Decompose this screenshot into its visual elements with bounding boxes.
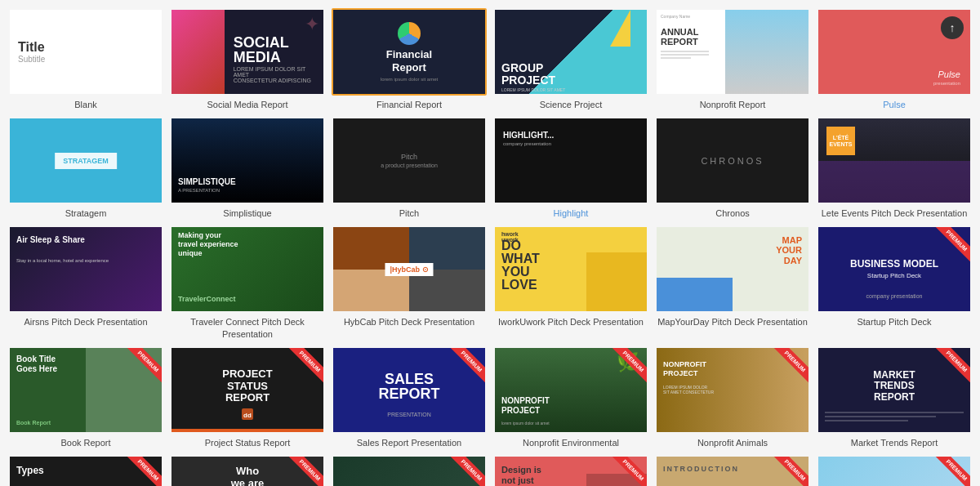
template-label-pitch: Pitch [399, 207, 419, 219]
template-item-blank[interactable]: Title Subtitle Blank [8, 8, 163, 110]
template-grid: Title Subtitle Blank SOCIALMEDIA LOREM I… [8, 8, 972, 486]
template-item-introduction[interactable]: INTRODUCTION Introduction [655, 455, 810, 486]
template-label-lete: Lete Events Pitch Deck Presentation [822, 207, 968, 219]
template-item-arteffects[interactable]: Artistics effects Artistic Effects [332, 455, 487, 486]
template-item-designlooks[interactable]: Design isnot justwhat itlooks like Desig… [493, 455, 648, 486]
template-item-lete[interactable]: L'ÉTÉEVENTS Lete Events Pitch Deck Prese… [817, 117, 972, 219]
template-item-stratagem[interactable]: STRATAGEM Stratagem [8, 117, 163, 219]
template-item-annual[interactable]: Company Name ANNUALREPORT Nonprofit Repo… [655, 8, 810, 110]
template-item-pitch[interactable]: Pitcha product presentation Pitch [332, 117, 487, 219]
template-item-iwork[interactable]: hworkuwork DOWHATYOULOVE IworkUwork Pitc… [493, 225, 648, 339]
template-label-market: Market Trends Report [851, 437, 938, 448]
template-item-sales[interactable]: SALESREPORT PRESENTATION Sales Report Pr… [332, 346, 487, 448]
template-item-airsns[interactable]: Air Sleep & Share Stay in a local home, … [8, 225, 163, 339]
template-label-chronos: Chronos [715, 207, 750, 219]
template-label-startup: Startup Pitch Deck [857, 316, 931, 328]
template-item-mapyourday[interactable]: MAPYOURDAY pitch deck presentation MapYo… [655, 225, 810, 339]
template-item-npanimals[interactable]: NONPROFITPROJECT LOREM IPSUM DOLORSIT AM… [655, 346, 810, 448]
template-item-social[interactable]: SOCIALMEDIA LOREM IPSUM DOLOR SIT AMETCO… [170, 8, 325, 110]
template-label-npenv: Nonprofit Environmental [523, 437, 619, 448]
template-label-group: Science Project [540, 99, 602, 110]
template-item-traveler[interactable]: Making yourtravel experienceunique Trave… [170, 225, 325, 339]
template-item-book[interactable]: Book TitleGoes Here Book Report Book Rep… [8, 346, 163, 448]
template-item-pulse[interactable]: ↑ Pulse presentation Pulse [817, 8, 972, 110]
template-label-financial: Financial Report [376, 99, 442, 110]
template-label-projectstatus: Project Status Report [205, 437, 291, 448]
template-label-simplistique: Simplistique [223, 207, 271, 219]
template-label-airsns: Airsns Pitch Deck Presentation [24, 316, 147, 328]
template-item-group[interactable]: GROUPPROJECT LOREM IPSUM DOLOR SIT AMET … [493, 8, 648, 110]
template-label-stratagem: Stratagem [65, 207, 107, 219]
template-label-hybcab: HybCab Pitch Deck Presentation [344, 316, 474, 328]
template-label-social: Social Media Report [207, 99, 287, 110]
template-label-traveler: Traveler Connect Pitch Deck Presentation [170, 316, 325, 340]
template-item-whoweare[interactable]: Whowe are ♦ Who We Are [170, 455, 325, 486]
template-item-types[interactable]: Types Types [8, 455, 163, 486]
template-item-simplistique[interactable]: SIMPLISTIQUE A PRESENTATION Simplistique [170, 117, 325, 219]
template-label-blank: Blank [74, 99, 97, 110]
template-item-financial[interactable]: FinancialReport lorem ipsum dolor sit am… [332, 8, 487, 110]
template-label-iwork: IworkUwork Pitch Deck Presentation [498, 316, 644, 328]
template-item-highlight[interactable]: HIGHLIGHT... company presentation Highli… [493, 117, 648, 219]
template-label-book: Book Report [60, 437, 110, 448]
template-label-highlight: Highlight [554, 207, 589, 219]
template-label-annual: Nonprofit Report [700, 99, 766, 110]
template-label-mapyourday: MapYourDay Pitch Deck Presentation [657, 316, 808, 328]
svg-text:dd: dd [243, 412, 252, 419]
template-item-workoutapps[interactable]: The BestWorkout Apps Workout Apps [817, 455, 972, 486]
template-item-startup[interactable]: BUSINESS MODELStartup Pitch Deck company… [817, 225, 972, 339]
template-label-npanimals: Nonprofit Animals [697, 437, 768, 448]
template-label-pulse: Pulse [883, 99, 906, 110]
template-item-npenv[interactable]: NONPROFITPROJECT lorem ipsum dolor sit a… [493, 346, 648, 448]
template-label-sales: Sales Report Presentation [357, 437, 461, 448]
template-item-projectstatus[interactable]: PROJECT STATUSREPORT dd Project Status R… [170, 346, 325, 448]
template-item-chronos[interactable]: CHRONOS Chronos [655, 117, 810, 219]
template-item-hybcab[interactable]: |HybCab ⊙ HybCab Pitch Deck Presentation [332, 225, 487, 339]
template-item-market[interactable]: MARKETTRENDSREPORT Market Trends Report [817, 346, 972, 448]
